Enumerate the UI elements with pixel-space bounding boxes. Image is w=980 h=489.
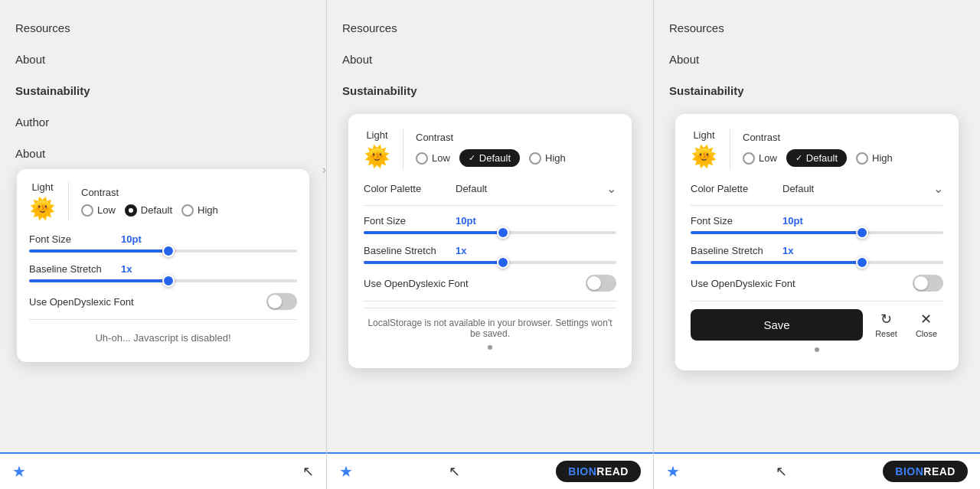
settings-modal-2: Light 🌞 Contrast Low ✓ Default: [348, 114, 632, 368]
label-high-1: High: [198, 204, 218, 216]
arrows-icon-3[interactable]: ↖: [776, 463, 787, 480]
color-palette-value-2: Default: [456, 183, 606, 194]
close-btn-3[interactable]: ✕ Close: [910, 308, 943, 341]
star-icon-1[interactable]: ★: [12, 462, 26, 481]
localStorage-warning-2: LocalStorage is not available in your br…: [364, 308, 616, 339]
font-size-thumb-1[interactable]: [162, 245, 175, 257]
radio-default-1[interactable]: [125, 204, 137, 217]
settings-wrapper-2: Light 🌞 Contrast Low ✓ Default: [327, 106, 653, 376]
nav-resources-1[interactable]: Resources: [15, 12, 311, 44]
contrast-high-2[interactable]: High: [529, 152, 566, 165]
theme-row-3: Light 🌞 Contrast Low ✓ Default: [691, 129, 943, 169]
contrast-high-1[interactable]: High: [181, 204, 218, 217]
font-size-slider-1[interactable]: [29, 249, 297, 253]
font-size-slider-3[interactable]: [691, 231, 943, 234]
nav-resources-3[interactable]: Resources: [669, 12, 965, 44]
baseline-thumb-1[interactable]: [162, 275, 175, 287]
settings-wrapper-3: Light 🌞 Contrast Low ✓ Default: [654, 106, 980, 378]
contrast-low-3[interactable]: Low: [743, 152, 777, 165]
divider-2: [364, 301, 616, 302]
font-size-header-1: Font Size 10pt: [29, 233, 297, 245]
sun-icon-3: 🌞: [691, 144, 717, 169]
baseline-title-2: Baseline Stretch: [364, 245, 456, 256]
contrast-default-1[interactable]: Default: [125, 204, 172, 217]
dyslexic-label-3: Use OpenDyslexic Font: [691, 278, 795, 289]
radio-low-2[interactable]: [416, 152, 428, 165]
baseline-slider-2[interactable]: [364, 261, 616, 264]
close-icon-3: ✕: [920, 311, 932, 328]
baseline-section-1: Baseline Stretch 1x: [29, 263, 297, 282]
nav-about2-1[interactable]: About: [15, 138, 311, 169]
contrast-options-1: Low Default High: [81, 204, 297, 217]
baseline-fill-3: [691, 261, 862, 264]
font-size-title-2: Font Size: [364, 215, 456, 227]
check-icon-3: ✓: [795, 153, 802, 163]
light-section-1: Light 🌞: [29, 181, 69, 221]
contrast-low-2[interactable]: Low: [416, 152, 450, 165]
toggle-knob-1: [268, 295, 282, 308]
dyslexic-toggle-2: Use OpenDyslexic Font: [364, 275, 616, 292]
font-size-header-2: Font Size 10pt: [364, 215, 616, 227]
font-size-section-3: Font Size 10pt: [691, 215, 943, 234]
sun-icon-2: 🌞: [364, 144, 390, 169]
nav-resources-2[interactable]: Resources: [342, 12, 638, 44]
baseline-header-2: Baseline Stretch 1x: [364, 245, 616, 256]
dyslexic-switch-3[interactable]: [913, 275, 943, 292]
radio-low-1[interactable]: [81, 204, 93, 217]
font-size-thumb-3[interactable]: [856, 227, 868, 239]
nav-about-1[interactable]: About: [15, 44, 311, 75]
contrast-high-3[interactable]: High: [856, 152, 893, 165]
nav-sustainability-2[interactable]: Sustainability: [342, 75, 638, 106]
settings-modal-1: Light 🌞 Contrast Low Default: [17, 169, 309, 362]
arrows-icon-2[interactable]: ↖: [449, 463, 460, 480]
radio-high-3[interactable]: [856, 152, 868, 165]
radio-low-3[interactable]: [743, 152, 755, 165]
baseline-val-3: 1x: [782, 245, 793, 256]
radio-high-2[interactable]: [529, 152, 541, 165]
color-palette-row-3[interactable]: Color Palette Default ⌄: [691, 181, 943, 206]
star-icon-2[interactable]: ★: [339, 462, 353, 481]
nav-sustainability-3[interactable]: Sustainability: [669, 75, 965, 106]
bionread-pill-3[interactable]: BIONREAD: [883, 461, 968, 482]
bionread-pill-2[interactable]: BIONREAD: [556, 461, 641, 482]
reset-btn-3[interactable]: ↻ Reset: [869, 308, 903, 341]
arrows-icon-1[interactable]: ↖: [302, 463, 314, 480]
dropdown-arrow-2[interactable]: ⌄: [606, 181, 616, 196]
label-low-3: Low: [759, 152, 777, 164]
dropdown-arrow-3[interactable]: ⌄: [933, 181, 943, 196]
baseline-title-1: Baseline Stretch: [29, 263, 121, 275]
baseline-slider-3[interactable]: [691, 261, 943, 264]
baseline-section-2: Baseline Stretch 1x: [364, 245, 616, 264]
bottom-bar-3: ★ ↖ BIONREAD: [654, 452, 980, 489]
baseline-thumb-3[interactable]: [856, 256, 868, 269]
theme-row-1: Light 🌞 Contrast Low Default: [29, 181, 297, 221]
label-high-2: High: [545, 152, 566, 164]
divider-3: [691, 301, 943, 302]
light-section-2: Light 🌞: [364, 129, 403, 169]
sun-icon-1: 🌞: [29, 196, 56, 221]
dyslexic-switch-1[interactable]: [266, 293, 297, 310]
star-icon-3[interactable]: ★: [666, 462, 680, 481]
contrast-default-pill-3[interactable]: ✓ Default: [786, 149, 847, 167]
font-size-section-2: Font Size 10pt: [364, 215, 616, 234]
nav-about-2[interactable]: About: [342, 44, 638, 75]
contrast-default-pill-2[interactable]: ✓ Default: [459, 149, 520, 167]
contrast-low-1[interactable]: Low: [81, 204, 116, 217]
bion-part-3: BION: [895, 465, 923, 478]
light-label-1: Light: [31, 181, 53, 193]
label-default-1: Default: [141, 204, 172, 216]
font-size-thumb-2[interactable]: [497, 227, 509, 239]
baseline-slider-1[interactable]: [29, 279, 297, 282]
contrast-section-2: Contrast Low ✓ Default High: [416, 132, 616, 167]
save-button-3[interactable]: Save: [691, 309, 863, 341]
nav-author-1[interactable]: Author: [15, 106, 311, 138]
baseline-thumb-2[interactable]: [497, 256, 509, 269]
nav-about-3[interactable]: About: [669, 44, 965, 75]
font-size-slider-2[interactable]: [364, 231, 616, 234]
baseline-val-1: 1x: [121, 263, 132, 275]
color-palette-row-2[interactable]: Color Palette Default ⌄: [364, 181, 616, 206]
dyslexic-switch-2[interactable]: [586, 275, 616, 292]
radio-high-1[interactable]: [181, 204, 194, 217]
nav-sustainability-1[interactable]: Sustainability: [15, 75, 311, 106]
dyslexic-toggle-1: Use OpenDyslexic Font: [29, 293, 297, 310]
